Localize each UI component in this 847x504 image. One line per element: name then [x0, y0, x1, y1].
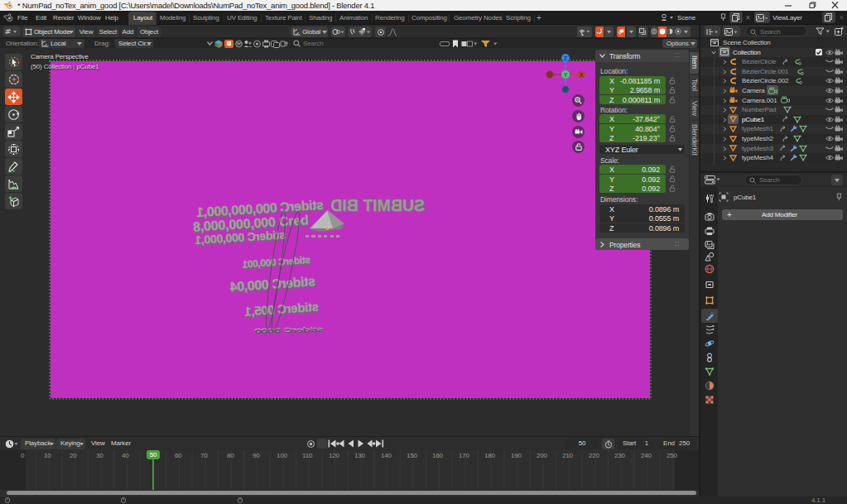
svg-text:Z: Z	[564, 55, 567, 61]
